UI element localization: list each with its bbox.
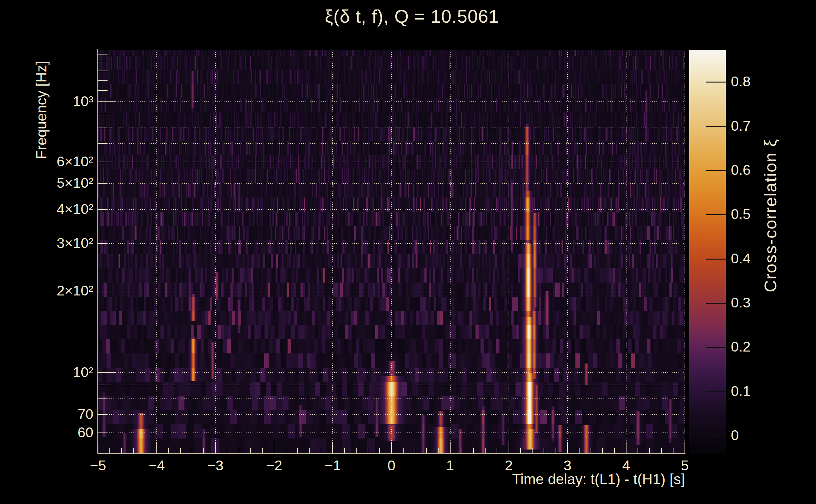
axis-tick bbox=[638, 448, 638, 453]
colorbar-tick-label: 0.7 bbox=[731, 118, 781, 134]
colorbar-title: Cross-correlation ξ bbox=[761, 139, 780, 292]
gridline-v bbox=[626, 50, 627, 453]
y-tick-label: 10² bbox=[13, 364, 93, 381]
axis-tick bbox=[473, 448, 474, 453]
axis-tick bbox=[520, 448, 521, 453]
axis-tick bbox=[215, 443, 216, 453]
y-tick-label: 3×10² bbox=[13, 235, 93, 251]
y-tick-label: 2×10² bbox=[13, 283, 93, 299]
y-tick-label: 5×10² bbox=[13, 175, 93, 191]
axis-tick bbox=[262, 448, 263, 453]
axis-tick bbox=[543, 448, 544, 453]
axis-tick bbox=[344, 448, 345, 453]
gridline-v bbox=[567, 50, 568, 453]
plot-area bbox=[98, 50, 685, 453]
axis-tick bbox=[508, 443, 509, 453]
axis-tick bbox=[192, 448, 192, 453]
axis-tick bbox=[497, 448, 497, 453]
axis-tick bbox=[332, 443, 333, 453]
y-axis-title: Frequency [Hz] bbox=[33, 61, 50, 159]
axis-tick bbox=[379, 448, 380, 453]
axis-tick bbox=[98, 62, 107, 62]
axis-tick bbox=[485, 448, 486, 453]
figure: ξ(δ t, f), Q = 10.5061 Frequency [Hz] Ti… bbox=[0, 0, 816, 504]
colorbar-tick bbox=[706, 303, 726, 304]
gridline-v bbox=[215, 50, 216, 453]
colorbar-tick bbox=[706, 82, 726, 83]
axis-tick bbox=[98, 443, 98, 453]
chart-title: ξ(δ t, f), Q = 10.5061 bbox=[98, 6, 726, 27]
axis-tick bbox=[286, 448, 286, 453]
x-tick-label: 3 bbox=[549, 457, 586, 474]
axis-tick bbox=[98, 143, 107, 144]
axis-tick bbox=[579, 448, 579, 453]
axis-tick bbox=[180, 448, 181, 453]
x-tick-label: 2 bbox=[490, 457, 528, 474]
axis-tick bbox=[661, 448, 662, 453]
x-tick-label: 0 bbox=[373, 457, 411, 474]
axis-tick bbox=[203, 448, 204, 453]
axis-tick bbox=[450, 443, 451, 453]
axis-tick bbox=[297, 448, 298, 453]
axis-tick bbox=[98, 101, 116, 102]
y-tick-label: 4×10² bbox=[13, 201, 93, 217]
axis-tick bbox=[309, 448, 310, 453]
x-tick-label: −4 bbox=[138, 457, 175, 474]
axis-tick bbox=[98, 183, 107, 184]
colorbar-tick bbox=[706, 391, 726, 392]
axis-tick bbox=[391, 443, 392, 453]
axis-tick bbox=[685, 443, 685, 453]
axis-tick bbox=[321, 448, 321, 453]
gridline-v bbox=[274, 50, 274, 453]
colorbar-tick-label: 0.2 bbox=[731, 339, 781, 355]
x-tick-label: −5 bbox=[79, 457, 117, 474]
colorbar-tick bbox=[706, 214, 726, 215]
axis-tick bbox=[227, 448, 227, 453]
axis-tick bbox=[415, 448, 415, 453]
colorbar-tick bbox=[706, 170, 726, 171]
gridline-v bbox=[508, 50, 509, 453]
gridline-v bbox=[450, 50, 451, 453]
axis-tick bbox=[98, 372, 116, 373]
axis-tick bbox=[356, 448, 357, 453]
y-tick-label: 70 bbox=[13, 406, 93, 422]
colorbar-tick bbox=[706, 259, 726, 260]
axis-tick bbox=[121, 448, 122, 453]
axis-tick bbox=[109, 448, 110, 453]
x-tick-label: 4 bbox=[607, 457, 645, 474]
axis-tick bbox=[590, 448, 591, 453]
axis-tick bbox=[168, 448, 169, 453]
colorbar-tick-label: 0.8 bbox=[731, 73, 781, 90]
colorbar-tick-label: 0 bbox=[731, 427, 781, 444]
x-axis-line bbox=[97, 453, 686, 454]
axis-tick bbox=[368, 448, 368, 453]
x-tick-label: −3 bbox=[196, 457, 234, 474]
axis-tick bbox=[98, 128, 107, 128]
x-tick-label: −2 bbox=[255, 457, 293, 474]
axis-tick bbox=[649, 448, 650, 453]
axis-tick bbox=[98, 114, 107, 114]
y-tick-label: 60 bbox=[13, 424, 93, 441]
axis-tick bbox=[239, 448, 239, 453]
axis-tick bbox=[98, 71, 107, 71]
axis-tick bbox=[673, 448, 674, 453]
axis-tick bbox=[98, 80, 107, 81]
x-tick-label: 1 bbox=[431, 457, 469, 474]
colorbar-tick-label: 0.1 bbox=[731, 383, 781, 399]
axis-tick bbox=[555, 448, 556, 453]
gridline-v bbox=[332, 50, 333, 453]
colorbar bbox=[689, 50, 726, 454]
axis-tick bbox=[274, 443, 274, 453]
colorbar-tick bbox=[706, 347, 726, 348]
axis-tick bbox=[626, 443, 627, 453]
axis-tick bbox=[156, 443, 157, 453]
axis-tick bbox=[98, 209, 107, 210]
axis-tick bbox=[602, 448, 603, 453]
colorbar-tick-label: 0.3 bbox=[731, 295, 781, 311]
axis-tick bbox=[426, 448, 427, 453]
axis-tick bbox=[145, 448, 145, 453]
axis-tick bbox=[250, 448, 251, 453]
axis-tick bbox=[98, 243, 107, 244]
axis-tick bbox=[567, 443, 568, 453]
colorbar-tick bbox=[706, 126, 726, 127]
